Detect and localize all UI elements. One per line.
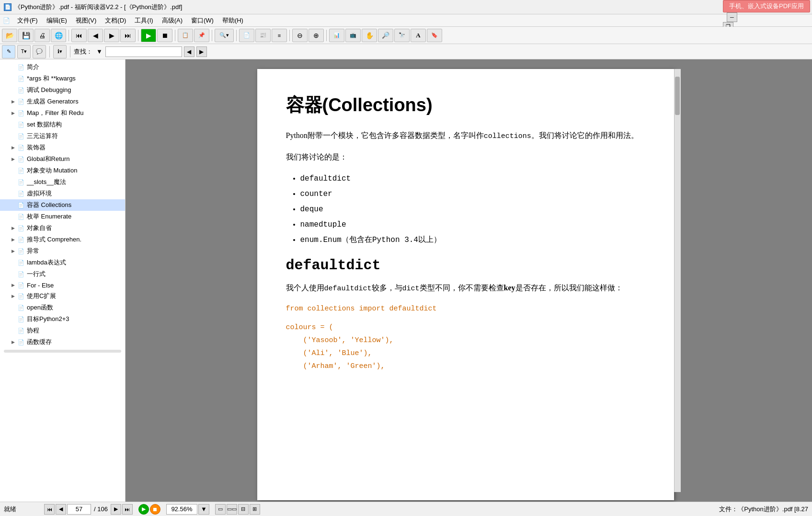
expand-icon: ▶ [10,156,16,162]
expand-icon: ▶ [10,110,16,116]
status-play-button[interactable]: ▶ [138,504,149,515]
view-layout-button[interactable]: ⊞ [250,504,260,515]
menu-tools[interactable]: 工具(I) [131,15,157,26]
search-next-button[interactable]: ▶ [196,46,207,57]
search-input[interactable] [105,46,182,57]
file-icon: 📄 [17,132,25,140]
menu-file[interactable]: 文件(F) [13,15,42,26]
zoom-out-button[interactable]: ⊖ [292,29,308,42]
search-dropdown-arrow[interactable]: ▼ [96,48,103,55]
sidebar-item-venv[interactable]: 📄 虚拟环境 [0,188,125,199]
sidebar-item-ternary[interactable]: 📄 三元运算符 [0,130,125,142]
sidebar-item-collections[interactable]: 📄 容器 Collections [0,199,125,211]
separator-search2 [70,46,70,57]
sidebar-item-generators[interactable]: ▶ 📄 生成器 Generators [0,96,125,107]
sidebar-item-cextension[interactable]: ▶ 📄 使用C扩展 [0,290,125,302]
status-prev-page[interactable]: ◀ [56,504,66,515]
double-page-button[interactable]: 📰 [255,29,271,42]
view-double-button[interactable]: ▭▭ [227,504,237,515]
select-button[interactable]: 🔎 [378,29,393,42]
menu-advanced[interactable]: 高级(A) [158,15,186,26]
sidebar-item-introspection[interactable]: ▶ 📄 对象自省 [0,222,125,234]
prev-page-button[interactable]: ◀ [88,29,103,42]
sidebar-item-coroutine[interactable]: 📄 协程 [0,325,125,336]
sidebar-item-comprehension[interactable]: ▶ 📄 推导式 Comprehen. [0,234,125,245]
status-last-page[interactable]: ⏭ [122,504,133,515]
play-button[interactable]: ▶ [141,29,156,42]
next-page-button[interactable]: ▶ [104,29,119,42]
menu-help[interactable]: 帮助(H) [218,15,247,26]
snapshot-button[interactable]: 🔭 [394,29,410,42]
info-button[interactable]: ℹ▾ [53,45,67,58]
file-icon: 📄 [17,190,25,197]
share-button[interactable]: 🌐 [51,29,66,42]
status-first-page[interactable]: ⏮ [44,504,55,515]
sidebar-item-py23[interactable]: 📄 目标Python2+3 [0,313,125,325]
separator3 [175,30,175,41]
sidebar-item-funcache[interactable]: ▶ 📄 函数缓存 [0,336,125,348]
page-total: / 106 [94,505,108,513]
copy-button[interactable]: 📋 [178,29,193,42]
zoom-input[interactable] [166,504,197,515]
mobile-pdf-button[interactable]: 手机、嵌入式设备PDF应用 [723,0,810,12]
sidebar-item-lambda[interactable]: 📄 lambda表达式 [0,257,125,268]
format-button[interactable]: T▾ [17,45,31,58]
open-file-button[interactable]: 📂 [2,29,17,42]
page-number-input[interactable]: 57 [67,504,91,515]
save-button[interactable]: 💾 [18,29,34,42]
print-button[interactable]: 🖨 [34,29,50,42]
sidebar-item-mutation[interactable]: 📄 对象变动 Mutation [0,165,125,176]
pdf-scroll-thumb[interactable] [675,77,680,115]
first-page-button[interactable]: ⏮ [71,29,87,42]
comment-button[interactable]: 💬 [33,45,46,58]
chart-button[interactable]: 📊 [329,29,344,42]
last-page-button[interactable]: ⏭ [120,29,136,42]
sidebar-item-oneline[interactable]: 📄 一行式 [0,268,125,280]
pdf-page: 容器(Collections) Python附带一个模块，它包含许多容器数据类型… [257,69,674,500]
pdf-scrollbar[interactable] [674,69,681,492]
menu-window[interactable]: 窗口(W) [187,15,217,26]
sidebar-scrollbar[interactable] [4,350,121,353]
menu-edit[interactable]: 编辑(E) [43,15,71,26]
pdf-area: 容器(Collections) Python附带一个模块，它包含许多容器数据类型… [126,59,812,502]
expand-icon: ▶ [10,144,16,151]
sidebar-item-global[interactable]: ▶ 📄 Global和Return [0,153,125,165]
screen-button[interactable]: 📺 [345,29,361,42]
pin-button[interactable]: 📌 [194,29,209,42]
menu-doc[interactable]: 文档(D) [101,15,130,26]
sidebar-item-set[interactable]: 📄 set 数据结构 [0,119,125,130]
sidebar-item-args[interactable]: 📄 *args 和 **kwargs [0,73,125,84]
zoom-dropdown[interactable]: ▼ [198,504,209,515]
search-prev-button[interactable]: ◀ [184,46,194,57]
menu-win-minimize[interactable]: ─ [727,12,737,22]
status-next-page[interactable]: ▶ [111,504,121,515]
sidebar-item-forelse[interactable]: ▶ 📄 For - Else [0,280,125,290]
file-icon: 📄 [17,86,25,94]
continuous-button[interactable]: ≡ [272,29,287,42]
sidebar-item-intro[interactable]: 📄 简介 [0,61,125,73]
file-icon: 📄 [17,327,25,334]
app-icon: 📄 [4,3,11,11]
annotate-button[interactable]: ✎ [2,45,15,58]
sidebar-item-open[interactable]: 📄 open函数 [0,302,125,313]
typewriter-button[interactable]: A [411,29,426,42]
hand-tool-button[interactable]: ✋ [362,29,377,42]
view-single-button[interactable]: ▭ [215,504,226,515]
code-line-3: ('Ali', 'Blue'), [286,347,645,360]
status-stop-button[interactable]: ⏹ [150,504,160,515]
title-bar: 📄 《Python进阶》.pdf - 福昕阅读器V2.2 - [《Python进… [0,0,812,14]
sidebar-item-label: 调试 Debugging [27,86,71,94]
sidebar-item-map[interactable]: ▶ 📄 Map，Filter 和 Redu [0,107,125,119]
bookmark-button[interactable]: 🔖 [427,29,442,42]
sidebar-item-debug[interactable]: 📄 调试 Debugging [0,84,125,96]
sidebar-item-slots[interactable]: 📄 __slots__魔法 [0,176,125,188]
zoom-in-button[interactable]: ⊕ [309,29,324,42]
sidebar-item-decorator[interactable]: ▶ 📄 装饰器 [0,142,125,153]
menu-view[interactable]: 视图(V) [72,15,100,26]
stop-button[interactable]: ⏹ [157,29,172,42]
view-split-button[interactable]: ⊟ [238,504,249,515]
single-page-button[interactable]: 📄 [239,29,254,42]
sidebar-item-exception[interactable]: ▶ 📄 异常 [0,245,125,257]
zoom-dropdown-button[interactable]: 🔍▾ [215,29,234,42]
sidebar-item-enumerate[interactable]: 📄 枚举 Enumerate [0,211,125,222]
